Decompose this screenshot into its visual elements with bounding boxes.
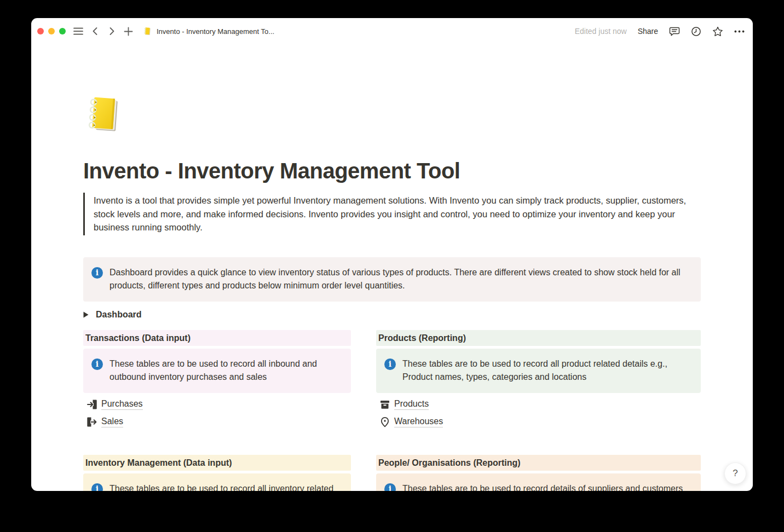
forward-button[interactable] <box>107 26 116 36</box>
back-button[interactable] <box>91 26 100 36</box>
section-header-transactions: Transactions (Data input) <box>83 330 351 346</box>
page-link-label: Purchases <box>101 399 143 410</box>
page-link-label: Products <box>394 399 429 410</box>
page-link-sales[interactable]: Sales <box>83 416 351 428</box>
exit-door-icon <box>87 417 97 427</box>
ledger-notebook-icon <box>143 27 152 36</box>
section-transactions: Transactions (Data input) i These tables… <box>83 330 351 433</box>
tab-title-text: Invento - Inventory Management To... <box>157 27 274 36</box>
inventory-management-callout-text: These tables are to be used to record al… <box>109 482 342 491</box>
dashboard-toggle[interactable]: Dashboard <box>83 308 701 321</box>
people-organisations-callout-text: These tables are to be used to record de… <box>402 482 683 491</box>
comments-button[interactable] <box>669 26 680 37</box>
section-header-products: Products (Reporting) <box>376 330 701 346</box>
more-options-button[interactable] <box>734 30 745 33</box>
page-link-products[interactable]: Products <box>376 398 701 410</box>
edited-status: Edited just now <box>575 27 627 36</box>
section-inventory-management: Inventory Management (Data input) i Thes… <box>83 455 351 491</box>
share-button[interactable]: Share <box>638 27 658 36</box>
breadcrumb[interactable]: Invento - Inventory Management To... <box>143 27 274 36</box>
toggle-triangle-icon <box>83 311 89 318</box>
inventory-management-callout: i These tables are to be used to record … <box>83 473 351 491</box>
dashboard-callout-text: Dashboard provides a quick glance to vie… <box>109 266 692 293</box>
window-titlebar: Invento - Inventory Management To... Edi… <box>31 18 753 44</box>
info-icon: i <box>91 358 103 370</box>
quote-block: Invento is a tool that provides simple y… <box>83 193 701 235</box>
products-callout-text: These tables are to be used to record al… <box>402 357 692 384</box>
app-window: Invento - Inventory Management To... Edi… <box>31 18 753 491</box>
sections-grid: Transactions (Data input) i These tables… <box>83 330 701 491</box>
clock-icon <box>691 26 701 37</box>
info-icon: i <box>384 483 396 491</box>
hamburger-icon <box>73 27 83 35</box>
page-title: Invento - Inventory Management Tool <box>83 158 701 184</box>
section-products: Products (Reporting) i These tables are … <box>376 330 701 433</box>
transactions-callout: i These tables are to be used to record … <box>83 349 351 393</box>
page-link-warehouses[interactable]: Warehouses <box>376 416 701 428</box>
products-callout: i These tables are to be used to record … <box>376 349 701 393</box>
enter-door-icon <box>87 399 97 410</box>
people-organisations-callout: i These tables are to be used to record … <box>376 473 701 491</box>
chevron-right-icon <box>107 26 116 36</box>
plus-icon <box>124 27 133 36</box>
section-header-people-organisations: People/ Organisations (Reporting) <box>376 455 701 471</box>
comment-icon <box>669 26 680 37</box>
dashboard-callout: i Dashboard provides a quick glance to v… <box>83 257 701 302</box>
ellipsis-icon <box>734 30 745 33</box>
page-link-purchases[interactable]: Purchases <box>83 398 351 410</box>
traffic-lights <box>37 28 66 34</box>
help-button[interactable]: ? <box>724 462 746 484</box>
page-icon-button[interactable] <box>83 94 125 136</box>
page-body: Invento - Inventory Management Tool Inve… <box>31 44 753 491</box>
star-icon <box>712 26 723 37</box>
new-tab-button[interactable] <box>124 27 133 36</box>
favorite-button[interactable] <box>712 26 723 37</box>
minimize-window-button[interactable] <box>48 28 55 34</box>
dashboard-toggle-label: Dashboard <box>96 310 142 320</box>
close-window-button[interactable] <box>37 28 44 34</box>
ledger-notebook-emoji <box>83 94 125 136</box>
info-icon: i <box>91 483 103 491</box>
archive-box-icon <box>379 399 390 410</box>
transactions-callout-text: These tables are to be used to record al… <box>109 357 342 384</box>
section-header-inventory-management: Inventory Management (Data input) <box>83 455 351 471</box>
zoom-window-button[interactable] <box>59 28 66 34</box>
section-people-organisations: People/ Organisations (Reporting) i Thes… <box>376 455 701 491</box>
page-link-label: Sales <box>101 417 123 427</box>
sidebar-menu-button[interactable] <box>73 27 83 35</box>
location-pin-icon <box>379 417 390 427</box>
chevron-left-icon <box>91 26 100 36</box>
info-icon: i <box>91 267 103 279</box>
page-link-label: Warehouses <box>394 417 443 427</box>
info-icon: i <box>384 358 396 370</box>
history-button[interactable] <box>691 26 701 37</box>
